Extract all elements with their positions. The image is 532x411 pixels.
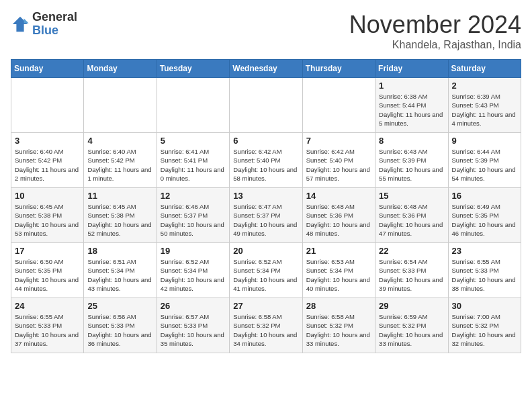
day-number: 13 (233, 191, 298, 201)
day-number: 6 (233, 136, 298, 146)
calendar-cell: 8Sunrise: 6:43 AMSunset: 5:39 PMDaylight… (375, 133, 448, 188)
day-info: Sunrise: 6:57 AMSunset: 5:33 PMDaylight:… (161, 312, 226, 348)
day-number: 7 (306, 136, 371, 146)
day-number: 27 (233, 301, 298, 311)
calendar-cell (230, 78, 302, 133)
day-info: Sunrise: 6:55 AMSunset: 5:33 PMDaylight:… (15, 312, 80, 348)
day-number: 2 (452, 81, 517, 91)
day-info: Sunrise: 6:58 AMSunset: 5:32 PMDaylight:… (306, 312, 371, 348)
title-block: November 2024 Khandela, Rajasthan, India (349, 11, 521, 51)
calendar-header: SundayMondayTuesdayWednesdayThursdayFrid… (11, 60, 521, 78)
day-number: 9 (452, 136, 517, 146)
day-number: 15 (379, 191, 444, 201)
calendar-cell: 16Sunrise: 6:49 AMSunset: 5:35 PMDayligh… (448, 188, 521, 243)
calendar-cell (11, 78, 84, 133)
day-info: Sunrise: 6:53 AMSunset: 5:34 PMDaylight:… (306, 257, 371, 293)
day-number: 29 (379, 301, 444, 311)
day-info: Sunrise: 6:40 AMSunset: 5:42 PMDaylight:… (15, 147, 80, 183)
day-info: Sunrise: 6:42 AMSunset: 5:40 PMDaylight:… (233, 147, 298, 183)
calendar-cell: 18Sunrise: 6:51 AMSunset: 5:34 PMDayligh… (84, 243, 157, 298)
calendar-cell: 29Sunrise: 6:59 AMSunset: 5:32 PMDayligh… (375, 298, 448, 353)
day-info: Sunrise: 6:41 AMSunset: 5:41 PMDaylight:… (161, 147, 226, 183)
calendar-cell: 24Sunrise: 6:55 AMSunset: 5:33 PMDayligh… (11, 298, 84, 353)
day-number: 30 (452, 301, 517, 311)
calendar-cell: 15Sunrise: 6:48 AMSunset: 5:36 PMDayligh… (375, 188, 448, 243)
calendar-table: SundayMondayTuesdayWednesdayThursdayFrid… (11, 59, 521, 353)
calendar-cell: 12Sunrise: 6:46 AMSunset: 5:37 PMDayligh… (157, 188, 229, 243)
day-number: 24 (15, 301, 80, 311)
day-info: Sunrise: 6:52 AMSunset: 5:34 PMDaylight:… (161, 257, 226, 293)
day-info: Sunrise: 6:50 AMSunset: 5:35 PMDaylight:… (15, 257, 80, 293)
day-info: Sunrise: 6:39 AMSunset: 5:43 PMDaylight:… (452, 92, 517, 128)
logo: General Blue (11, 11, 77, 38)
day-number: 4 (87, 136, 152, 146)
day-info: Sunrise: 7:00 AMSunset: 5:32 PMDaylight:… (452, 312, 517, 348)
calendar-cell: 10Sunrise: 6:45 AMSunset: 5:38 PMDayligh… (11, 188, 84, 243)
calendar-cell: 20Sunrise: 6:52 AMSunset: 5:34 PMDayligh… (230, 243, 302, 298)
day-info: Sunrise: 6:43 AMSunset: 5:39 PMDaylight:… (379, 147, 444, 183)
logo-icon (11, 15, 30, 34)
day-number: 1 (379, 81, 444, 91)
day-number: 22 (379, 246, 444, 256)
calendar-body: 1Sunrise: 6:38 AMSunset: 5:44 PMDaylight… (11, 78, 521, 353)
day-number: 26 (161, 301, 226, 311)
page-header: General Blue November 2024 Khandela, Raj… (11, 11, 521, 51)
calendar-cell: 5Sunrise: 6:41 AMSunset: 5:41 PMDaylight… (157, 133, 229, 188)
weekday-header: Sunday (11, 60, 84, 78)
logo-blue: Blue (32, 24, 77, 38)
day-info: Sunrise: 6:48 AMSunset: 5:36 PMDaylight:… (306, 202, 371, 238)
day-number: 20 (233, 246, 298, 256)
calendar-cell: 13Sunrise: 6:47 AMSunset: 5:37 PMDayligh… (230, 188, 302, 243)
day-number: 25 (87, 301, 152, 311)
day-info: Sunrise: 6:58 AMSunset: 5:32 PMDaylight:… (233, 312, 298, 348)
day-info: Sunrise: 6:40 AMSunset: 5:42 PMDaylight:… (87, 147, 152, 183)
calendar-cell: 11Sunrise: 6:45 AMSunset: 5:38 PMDayligh… (84, 188, 157, 243)
calendar-cell: 14Sunrise: 6:48 AMSunset: 5:36 PMDayligh… (302, 188, 375, 243)
day-number: 3 (15, 136, 80, 146)
weekday-header: Monday (84, 60, 157, 78)
calendar-cell: 3Sunrise: 6:40 AMSunset: 5:42 PMDaylight… (11, 133, 84, 188)
day-info: Sunrise: 6:45 AMSunset: 5:38 PMDaylight:… (87, 202, 152, 238)
day-info: Sunrise: 6:46 AMSunset: 5:37 PMDaylight:… (161, 202, 226, 238)
day-info: Sunrise: 6:47 AMSunset: 5:37 PMDaylight:… (233, 202, 298, 238)
weekday-header: Wednesday (230, 60, 302, 78)
day-info: Sunrise: 6:51 AMSunset: 5:34 PMDaylight:… (87, 257, 152, 293)
calendar-cell: 2Sunrise: 6:39 AMSunset: 5:43 PMDaylight… (448, 78, 521, 133)
day-info: Sunrise: 6:42 AMSunset: 5:40 PMDaylight:… (306, 147, 371, 183)
calendar-cell: 9Sunrise: 6:44 AMSunset: 5:39 PMDaylight… (448, 133, 521, 188)
day-info: Sunrise: 6:55 AMSunset: 5:33 PMDaylight:… (452, 257, 517, 293)
weekday-header: Thursday (302, 60, 375, 78)
day-info: Sunrise: 6:44 AMSunset: 5:39 PMDaylight:… (452, 147, 517, 183)
calendar-cell: 22Sunrise: 6:54 AMSunset: 5:33 PMDayligh… (375, 243, 448, 298)
calendar-week-row: 24Sunrise: 6:55 AMSunset: 5:33 PMDayligh… (11, 298, 521, 353)
day-number: 28 (306, 301, 371, 311)
day-number: 14 (306, 191, 371, 201)
calendar-week-row: 17Sunrise: 6:50 AMSunset: 5:35 PMDayligh… (11, 243, 521, 298)
calendar-cell: 19Sunrise: 6:52 AMSunset: 5:34 PMDayligh… (157, 243, 229, 298)
calendar-cell: 6Sunrise: 6:42 AMSunset: 5:40 PMDaylight… (230, 133, 302, 188)
day-number: 10 (15, 191, 80, 201)
calendar-cell: 21Sunrise: 6:53 AMSunset: 5:34 PMDayligh… (302, 243, 375, 298)
calendar-cell: 25Sunrise: 6:56 AMSunset: 5:33 PMDayligh… (84, 298, 157, 353)
calendar-cell (302, 78, 375, 133)
day-info: Sunrise: 6:49 AMSunset: 5:35 PMDaylight:… (452, 202, 517, 238)
day-info: Sunrise: 6:59 AMSunset: 5:32 PMDaylight:… (379, 312, 444, 348)
day-info: Sunrise: 6:48 AMSunset: 5:36 PMDaylight:… (379, 202, 444, 238)
day-info: Sunrise: 6:38 AMSunset: 5:44 PMDaylight:… (379, 92, 444, 128)
weekday-header: Saturday (448, 60, 521, 78)
day-number: 5 (161, 136, 226, 146)
day-info: Sunrise: 6:45 AMSunset: 5:38 PMDaylight:… (15, 202, 80, 238)
month-title: November 2024 (349, 11, 521, 39)
day-number: 16 (452, 191, 517, 201)
calendar-week-row: 3Sunrise: 6:40 AMSunset: 5:42 PMDaylight… (11, 133, 521, 188)
day-number: 11 (87, 191, 152, 201)
calendar-cell: 28Sunrise: 6:58 AMSunset: 5:32 PMDayligh… (302, 298, 375, 353)
day-number: 21 (306, 246, 371, 256)
day-info: Sunrise: 6:52 AMSunset: 5:34 PMDaylight:… (233, 257, 298, 293)
calendar-week-row: 1Sunrise: 6:38 AMSunset: 5:44 PMDaylight… (11, 78, 521, 133)
day-number: 18 (87, 246, 152, 256)
header-row: SundayMondayTuesdayWednesdayThursdayFrid… (11, 60, 521, 78)
calendar-cell: 27Sunrise: 6:58 AMSunset: 5:32 PMDayligh… (230, 298, 302, 353)
calendar-cell: 4Sunrise: 6:40 AMSunset: 5:42 PMDaylight… (84, 133, 157, 188)
calendar-cell: 26Sunrise: 6:57 AMSunset: 5:33 PMDayligh… (157, 298, 229, 353)
